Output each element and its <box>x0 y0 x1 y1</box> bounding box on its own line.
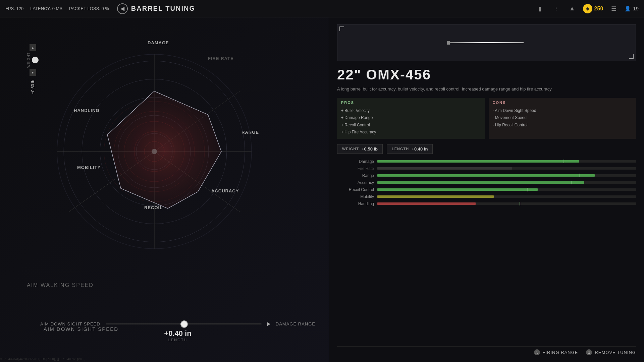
players-count: 19 <box>633 6 639 11</box>
stat-bar-track <box>377 195 636 198</box>
stat-name: Handling <box>337 201 374 206</box>
stat-row: Accuracy <box>337 180 636 185</box>
stat-bar-fill <box>377 195 494 198</box>
stat-bar-marker <box>564 160 564 163</box>
latency-value: 0 MS <box>52 6 62 11</box>
slider-left-label: AIM DOWN SIGHT SPEED <box>40 321 100 326</box>
cons-item: - Aim Down Sight Speed <box>493 107 632 115</box>
packet-label: PACKET LOSS: 0 % <box>69 6 109 11</box>
stat-bar-track <box>377 188 636 191</box>
stat-bar-track <box>377 202 636 205</box>
weight-up-button[interactable]: ▲ <box>30 44 36 51</box>
page-title: BARREL TUNING <box>131 5 195 12</box>
weight-badge: WEIGHT +0.50 lb <box>337 144 383 154</box>
coin-icon: ◆ <box>583 4 592 13</box>
currency-display: ◆ 250 <box>583 4 603 13</box>
latency-label: LATENCY: 0 MS <box>30 6 62 11</box>
packet-value: 0 % <box>101 6 109 11</box>
stat-name: Damage <box>337 159 374 164</box>
slider-section: AIM DOWN SIGHT SPEED DAMAGE RANGE +0.40 … <box>34 321 322 342</box>
slider-right-label: DAMAGE RANGE <box>276 321 315 326</box>
topbar: FPS: 120 LATENCY: 0 MS PACKET LOSS: 0 % … <box>0 0 644 17</box>
aim-walking-label: AIM WALKING SPEED <box>27 282 94 288</box>
stat-name: Accuracy <box>337 180 374 185</box>
phone-icon[interactable]: ▮ <box>535 3 545 14</box>
stat-row: Recoil Control <box>337 187 636 192</box>
cons-item: - Hip Recoil Control <box>493 122 632 129</box>
remove-tuning-button[interactable]: ⊗ REMOVE TUNING <box>586 349 636 355</box>
currency-value: 250 <box>594 6 603 12</box>
stat-bars: DamageFire RateRangeAccuracyRecoil Contr… <box>337 159 636 208</box>
stat-bar-fill <box>377 167 512 170</box>
stat-bar-track <box>377 160 636 163</box>
firing-range-button[interactable]: △ FIRING RANGE <box>534 349 578 355</box>
cons-item: - Movement Speed <box>493 114 632 122</box>
length-badge: LENGTH +0.40 in <box>387 144 433 154</box>
remove-tuning-label: REMOVE TUNING <box>595 350 636 355</box>
stat-bar-marker <box>579 174 580 177</box>
stat-name: Recoil Control <box>337 187 374 192</box>
players-display: 👤 19 <box>625 6 639 12</box>
pros-header: PROS <box>341 101 481 105</box>
cons-box: CONS - Aim Down Sight Speed- Movement Sp… <box>489 98 636 139</box>
weight-thumb <box>32 57 39 63</box>
stat-row: Mobility <box>337 194 636 199</box>
weapon-name: 22" OMX-456 <box>337 68 636 82</box>
stat-bar-marker <box>571 181 572 184</box>
pros-item: + Hip Fire Accuracy <box>341 129 481 136</box>
right-panel: 22" OMX-456 A long barrel built for accu… <box>329 17 644 362</box>
bell-icon[interactable]: ▲ <box>567 3 578 14</box>
stat-bar-fill <box>377 202 476 205</box>
slider-row: AIM DOWN SIGHT SPEED DAMAGE RANGE <box>40 321 315 326</box>
stat-name: Fire Rate <box>337 166 374 171</box>
debug-text: 9.9.13432341[44:203.1720+1] Tm [7000][8]… <box>0 357 86 361</box>
length-badge-value: +0.40 in <box>412 146 428 152</box>
left-panel: ▲ WEIGHT ▼ +0.50 lb DAMAGE FIRE RATE RAN… <box>0 17 329 362</box>
weight-control: ▲ WEIGHT ▼ +0.50 lb <box>27 44 39 104</box>
badges: WEIGHT +0.50 lb LENGTH +0.40 in <box>337 144 636 154</box>
bottom-actions: △ FIRING RANGE ⊗ REMOVE TUNING <box>337 346 636 355</box>
stat-bar-fill <box>377 174 595 177</box>
weight-badge-label: WEIGHT <box>342 147 359 151</box>
pros-cons: PROS + Bullet Velocity+ Damage Range+ Re… <box>337 98 636 139</box>
stat-name: Range <box>337 173 374 178</box>
stat-bar-track <box>377 167 636 170</box>
slider-track[interactable] <box>106 323 262 324</box>
cons-header: CONS <box>493 101 632 105</box>
stat-row: Handling <box>337 201 636 206</box>
pros-item: + Recoil Control <box>341 122 481 129</box>
weight-badge-value: +0.50 lb <box>362 146 378 152</box>
stat-name: Mobility <box>337 194 374 199</box>
stat-row: Range <box>337 173 636 178</box>
grid-icon[interactable]: ⁝ <box>551 3 561 14</box>
weapon-preview <box>337 24 636 61</box>
stat-bar-fill <box>377 160 579 163</box>
slider-arrow-icon <box>267 322 270 326</box>
back-icon: ◀ <box>117 3 128 14</box>
slider-thumb[interactable] <box>180 320 188 328</box>
pros-item: + Bullet Velocity <box>341 107 481 115</box>
radar-chart <box>40 38 268 265</box>
stat-bar-track <box>377 181 636 184</box>
pros-box: PROS + Bullet Velocity+ Damage Range+ Re… <box>337 98 485 139</box>
stat-bar-track <box>377 174 636 177</box>
fps-info: FPS: 120 LATENCY: 0 MS PACKET LOSS: 0 % <box>5 6 109 11</box>
length-badge-label: LENGTH <box>392 147 409 151</box>
back-button[interactable]: ◀ BARREL TUNING <box>117 3 195 14</box>
settings-icon[interactable]: ☰ <box>608 3 619 14</box>
stat-row: Damage <box>337 159 636 164</box>
main-content: ▲ WEIGHT ▼ +0.50 lb DAMAGE FIRE RATE RAN… <box>0 17 644 362</box>
weight-value: +0.50 lb <box>31 80 35 94</box>
fps-label: FPS: 120 <box>5 6 23 11</box>
remove-tuning-icon: ⊗ <box>586 349 592 355</box>
firing-range-label: FIRING RANGE <box>543 350 578 355</box>
weight-down-button[interactable]: ▼ <box>30 69 36 76</box>
stat-bar-marker <box>527 188 528 191</box>
right-section: ▮ ⁝ ▲ ◆ 250 ☰ 👤 19 <box>535 3 639 14</box>
stat-row: Fire Rate <box>337 166 636 171</box>
weapon-image <box>450 42 524 43</box>
cons-list: - Aim Down Sight Speed- Movement Speed- … <box>493 107 632 129</box>
slider-value: +0.40 in <box>164 329 191 338</box>
svg-point-14 <box>152 149 157 154</box>
stat-bar-fill <box>377 188 538 191</box>
